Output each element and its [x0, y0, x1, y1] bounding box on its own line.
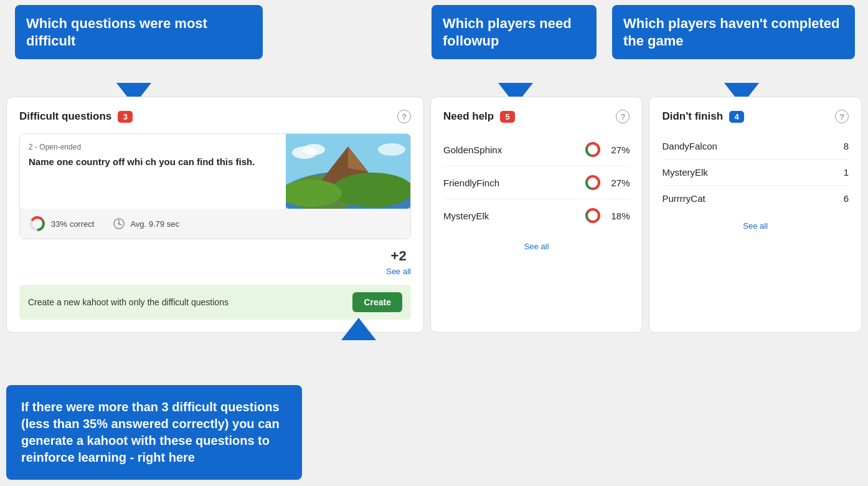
player-pct: 27%: [608, 178, 630, 188]
player-name: DandyFalcon: [662, 141, 717, 151]
needhelp-players-list: GoldenSphinx 27% FriendlyFinch: [443, 133, 630, 232]
player-name: MysteryElk: [662, 167, 707, 178]
player-name: GoldenSphinx: [443, 145, 502, 155]
question-text-area: 2 - Open-ended Name one country off whi …: [20, 134, 286, 209]
donut-mysteryelk: [584, 207, 601, 224]
help-icon-didntfinish[interactable]: ?: [835, 110, 849, 123]
see-all-didntfinish[interactable]: See all: [662, 221, 849, 231]
help-icon-needhelp[interactable]: ?: [616, 110, 630, 123]
player-num: 1: [836, 167, 849, 178]
svg-point-24: [587, 209, 599, 222]
clock-icon: [113, 217, 125, 230]
question-image: [286, 134, 410, 209]
arrow-bottom-up: [341, 318, 376, 340]
cards-row: Difficult questions 3 ? 2 - Open-ended N…: [6, 97, 862, 333]
callout-followup: Which players need followup: [432, 5, 597, 59]
card-difficult: Difficult questions 3 ? 2 - Open-ended N…: [6, 97, 424, 333]
card-didntfinish: Didn't finish 4 ? DandyFalcon 8 MysteryE…: [649, 97, 862, 333]
card-needhelp-header: Need help 5 ?: [443, 110, 630, 123]
main-container: Which questions were most difficult Whic…: [0, 0, 868, 486]
badge-didntfinish: 4: [729, 111, 744, 123]
player-right: 27%: [584, 141, 630, 158]
player-row: DandyFalcon 8: [662, 133, 849, 160]
question-text: Name one country off whi ch you can find…: [29, 155, 277, 168]
svg-point-9: [378, 143, 405, 156]
question-label: 2 - Open-ended: [29, 143, 277, 151]
card-needhelp-title-row: Need help 5: [443, 110, 515, 123]
card-didntfinish-title: Didn't finish: [662, 110, 723, 123]
player-row: GoldenSphinx 27%: [443, 133, 630, 166]
player-row: PurrrryCat 6: [662, 186, 849, 211]
badge-difficult: 3: [118, 111, 133, 123]
donut-friendlyfinch: [584, 174, 601, 191]
donut-correct: [29, 215, 46, 232]
svg-line-16: [119, 224, 121, 225]
see-all-didntfinish-row: See all: [662, 221, 849, 231]
player-right: 27%: [584, 174, 630, 191]
player-name: FriendlyFinch: [443, 178, 499, 188]
plus-more-row: +2 See all: [19, 248, 411, 276]
question-top: 2 - Open-ended Name one country off whi …: [20, 134, 410, 209]
card-needhelp: Need help 5 ? GoldenSphinx 27%: [430, 97, 643, 333]
callout-not-completed: Which players haven't completed the game: [612, 5, 855, 59]
see-all-needhelp-row: See all: [443, 242, 630, 251]
player-name: MysteryElk: [443, 211, 489, 221]
question-stats: 33% correct Avg. 9.79 sec: [20, 209, 410, 239]
question-card: 2 - Open-ended Name one country off whi …: [19, 133, 411, 239]
card-didntfinish-title-row: Didn't finish 4: [662, 110, 744, 123]
create-text: Create a new kahoot with only the diffic…: [28, 297, 229, 307]
callout-bottom: If there were more than 3 difficult ques…: [6, 385, 302, 480]
player-right: 18%: [584, 207, 630, 224]
player-row: FriendlyFinch 27%: [443, 166, 630, 199]
create-button[interactable]: Create: [352, 292, 402, 312]
card-needhelp-title: Need help: [443, 110, 494, 123]
didntfinish-players-list: DandyFalcon 8 MysteryElk 1 PurrrryCat 6: [662, 133, 849, 211]
player-num: 8: [836, 141, 849, 151]
create-row: Create a new kahoot with only the diffic…: [19, 285, 411, 320]
player-row: MysteryElk 1: [662, 160, 849, 186]
svg-point-8: [303, 144, 325, 155]
player-pct: 27%: [608, 145, 630, 155]
player-pct: 18%: [608, 211, 630, 221]
badge-needhelp: 5: [500, 111, 515, 123]
plus-more: +2: [386, 248, 411, 264]
stat-avgtime: Avg. 9.79 sec: [113, 217, 179, 230]
see-all-difficult[interactable]: See all: [386, 267, 411, 276]
donut-goldsphinx: [584, 141, 601, 158]
card-difficult-header: Difficult questions 3 ?: [19, 110, 411, 123]
stat-correct: 33% correct: [29, 215, 94, 232]
svg-point-5: [333, 173, 410, 207]
help-icon-difficult[interactable]: ?: [397, 110, 411, 123]
player-num: 6: [836, 193, 849, 204]
see-all-needhelp[interactable]: See all: [443, 242, 630, 251]
player-row: MysteryElk 18%: [443, 199, 630, 232]
card-difficult-title: Difficult questions: [19, 110, 111, 123]
player-name: PurrrryCat: [662, 193, 705, 204]
callout-difficult: Which questions were most difficult: [15, 5, 263, 59]
card-didntfinish-header: Didn't finish 4 ?: [662, 110, 849, 123]
card-difficult-title-row: Difficult questions 3: [19, 110, 133, 123]
